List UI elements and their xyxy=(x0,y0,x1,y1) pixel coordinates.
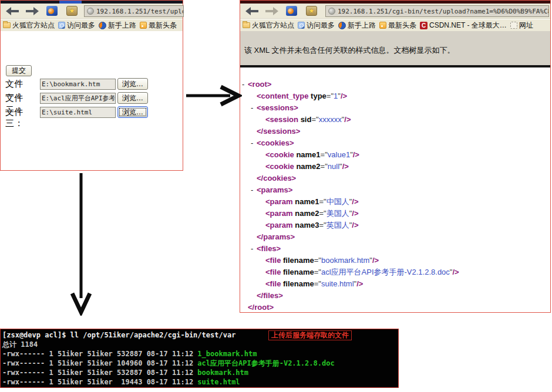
collapse-minus-icon[interactable]: - xyxy=(242,79,248,90)
bookmark-item[interactable]: 访问最多 xyxy=(58,21,95,31)
terminal-line: -rwx------ 1 51iker 51iker 532887 08-17 … xyxy=(2,368,398,377)
xml-token: type xyxy=(309,92,327,100)
xml-token: <cookies> xyxy=(257,138,294,147)
terminal-text: -rwx------ 1 51iker 51iker 104960 08-17 … xyxy=(2,359,197,367)
xml-token: <files> xyxy=(257,244,281,253)
xml-line: </files> xyxy=(240,290,550,302)
terminal-filename: bookmark.htm xyxy=(197,369,248,377)
bookmark-item[interactable]: 访问最多 xyxy=(298,21,335,31)
terminal-text: -rwx------ 1 51iker 51iker 532887 08-17 … xyxy=(2,369,197,377)
collapse-minus-icon[interactable]: - xyxy=(251,137,257,149)
xml-token: /> xyxy=(356,279,363,288)
rss-icon xyxy=(379,22,386,29)
file-path-input[interactable]: E:\acl应用平台API参考手 xyxy=(40,93,116,104)
globe-icon xyxy=(87,8,94,15)
xml-token: =" xyxy=(319,197,326,206)
xml-token: =" xyxy=(327,92,334,100)
xml-token: <cookie xyxy=(265,150,294,159)
xml-token: /> xyxy=(452,268,459,276)
xml-token: </cookies> xyxy=(257,174,296,183)
terminal-line: 总计 1184 xyxy=(2,340,398,349)
xml-line: <param name3="英国人"/> xyxy=(240,219,550,231)
bookmark-label: 火狐官方站点 xyxy=(12,21,55,31)
forward-icon[interactable] xyxy=(265,7,279,15)
bookmark-item[interactable]: 火狐官方站点 xyxy=(3,21,55,31)
bookmark-label: 访问最多 xyxy=(67,21,95,31)
xml-token: name2 xyxy=(294,162,321,171)
terminal-line: -rwx------ 1 51iker 51iker 532887 08-17 … xyxy=(2,349,398,359)
home-icon[interactable] xyxy=(306,6,317,16)
xml-token: <file xyxy=(265,256,281,265)
notice-text: 该 XML 文件并未包含任何关联的样式信息。文档树显示如下。 xyxy=(244,45,455,56)
xml-line: -<sessions> xyxy=(240,102,550,114)
bookmark-item[interactable]: 火狐官方站点 xyxy=(243,21,294,31)
bookmark-item[interactable]: 最新头条 xyxy=(379,21,416,31)
file-path-input[interactable]: E:\suite.html xyxy=(40,107,116,118)
right-navigation-toolbar: 192.168.1.251/cgi-bin/test/upload?name1=… xyxy=(240,4,550,19)
screenshot-stage: 192.168.1.251/test/uplo 火狐官方站点访问最多新手上路最新… xyxy=(0,0,552,392)
xml-line: </params> xyxy=(240,231,550,243)
csdn-icon xyxy=(420,22,428,29)
file-row-label: 文件三： xyxy=(5,107,23,129)
terminal-text: 总计 1184 xyxy=(2,340,38,349)
bookmarks-bar: 火狐官方站点访问最多新手上路最新头条CSDN.NET - 全球最大…网址 xyxy=(240,19,550,31)
xml-token: name3 xyxy=(293,221,319,229)
xml-token: null xyxy=(328,162,339,171)
back-icon[interactable] xyxy=(5,7,19,15)
xml-token: <params> xyxy=(257,185,292,194)
browse-button[interactable]: 浏览… xyxy=(117,92,148,104)
browse-button[interactable]: 浏览… xyxy=(117,78,148,90)
collapse-minus-icon[interactable]: - xyxy=(251,102,257,114)
rss-icon xyxy=(140,22,147,29)
xml-line: <file filename="suite.html"/> xyxy=(240,278,550,290)
terminal-text: -rwx------ 1 51iker 51iker 19443 08-17 1… xyxy=(2,378,197,386)
address-bar[interactable]: 192.168.1.251/cgi-bin/test/upload?name1=… xyxy=(325,5,549,17)
xml-token: </root> xyxy=(248,303,274,312)
bookmark-item[interactable]: 新手上路 xyxy=(99,21,136,31)
xml-token: =" xyxy=(321,162,328,171)
terminal-text: -rwx------ 1 51iker 51iker 532887 08-17 … xyxy=(2,350,197,358)
bookmarks-bar: 火狐官方站点访问最多新手上路最新头条 xyxy=(1,19,183,31)
xml-token: 中国人 xyxy=(327,197,349,206)
xml-token: xxxxxx xyxy=(319,115,342,124)
terminal-filename: 1_bookmark.htm xyxy=(197,350,257,358)
bookmark-item[interactable]: CSDN.NET - 全球最大… xyxy=(420,21,507,31)
xml-token: =" xyxy=(319,209,326,218)
xml-token: 美国人 xyxy=(327,209,349,218)
xml-token: <session xyxy=(265,115,298,124)
xml-token: 英国人 xyxy=(327,221,349,229)
submit-button[interactable]: 提交 xyxy=(6,65,32,76)
folder-icon xyxy=(243,22,250,28)
home-icon[interactable] xyxy=(66,6,78,16)
xml-token: value1 xyxy=(328,150,350,159)
file-path-input[interactable]: E:\bookmark.htm xyxy=(40,79,116,90)
bookmark-label: 最新头条 xyxy=(149,21,177,31)
xml-token: </files> xyxy=(257,291,283,300)
firefox-app-icon[interactable] xyxy=(46,6,58,16)
back-icon[interactable] xyxy=(245,7,259,15)
dashed-icon xyxy=(510,22,517,29)
xml-line: <param name1="中国人"/> xyxy=(240,196,550,208)
xml-token: <root> xyxy=(248,80,271,89)
xml-line: </root> xyxy=(240,302,550,312)
xml-token: /> xyxy=(372,256,379,265)
collapse-minus-icon[interactable]: - xyxy=(251,243,257,255)
bookmark-label: CSDN.NET - 全球最大… xyxy=(429,21,507,31)
bookmark-label: 火狐官方站点 xyxy=(252,21,294,31)
bookmark-item[interactable]: 新手上路 xyxy=(338,21,376,31)
firefox-app-icon[interactable] xyxy=(286,6,297,16)
bookmark-label: 新手上路 xyxy=(348,21,376,31)
browse-button[interactable]: 浏览… xyxy=(117,106,148,118)
bookmark-item[interactable]: 网址 xyxy=(510,21,533,31)
xml-token: /> xyxy=(352,221,358,229)
xml-token: =" xyxy=(321,150,328,159)
bookmark-item[interactable]: 最新头条 xyxy=(140,21,177,31)
xml-token: bookmark.htm xyxy=(321,256,369,265)
collapse-minus-icon[interactable]: - xyxy=(251,184,257,196)
bookmark-label: 新手上路 xyxy=(108,21,136,31)
folder-icon xyxy=(3,22,11,28)
xml-token: <cookie xyxy=(265,162,294,171)
forward-icon[interactable] xyxy=(25,7,39,15)
xml-line: <session sid="xxxxxx"/> xyxy=(240,114,550,126)
address-bar[interactable]: 192.168.1.251/test/uplo xyxy=(84,5,184,17)
